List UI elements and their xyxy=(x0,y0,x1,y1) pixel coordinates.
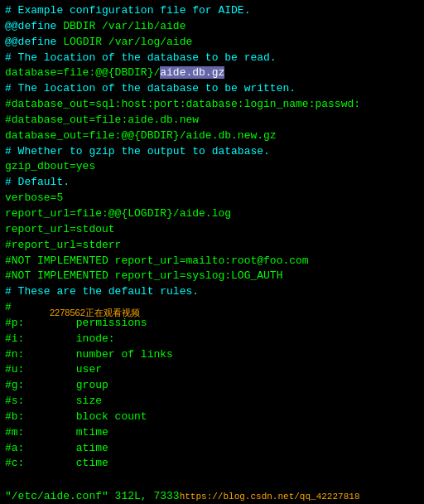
terminal-line: gzip_dbout=yes xyxy=(5,159,419,175)
terminal-line: #NOT IMPLEMENTED report_url=syslog:LOG_A… xyxy=(5,269,419,284)
terminal-line: #report_url=stderr xyxy=(5,238,419,254)
terminal-line: verbose=5 xyxy=(5,191,419,206)
terminal-line: @@define LOGDIR /var/log/aide xyxy=(5,35,419,51)
terminal-line: #n: number of links xyxy=(5,347,419,363)
terminal-line: report_url=stdout xyxy=(5,222,419,238)
terminal-line: #database_out=sql:host:port:database:log… xyxy=(5,97,419,113)
terminal-line: # The location of the database to be wri… xyxy=(5,81,419,97)
terminal-line: database_out=file:@@{DBDIR}/aide.db.new.… xyxy=(5,128,419,144)
terminal-line: #g: group xyxy=(5,378,419,394)
status-filename: "/etc/aide.conf" 312L, 7333 xyxy=(5,490,180,502)
terminal-line: #NOT IMPLEMENTED report_url=mailto:root@… xyxy=(5,254,419,269)
terminal-line: #a: atime xyxy=(5,441,419,457)
terminal-content: # Example configuration file for AIDE.@@… xyxy=(5,3,419,472)
terminal-line: # The location of the database to be rea… xyxy=(5,51,419,66)
terminal-line: #i: inode: xyxy=(5,332,419,347)
terminal-line: # Whether to gzip the output to database… xyxy=(5,144,419,160)
terminal-line: database=file:@@{DBDIR}/aide.db.gz xyxy=(5,65,419,81)
terminal-window: # Example configuration file for AIDE.@@… xyxy=(0,0,424,504)
watching-watermark: 2278562正在观看视频 xyxy=(50,307,140,319)
status-bar: "/etc/aide.conf" 312L, 7333https://blog.… xyxy=(0,488,424,504)
watermark-url: https://blog.csdn.net/qq_42227818 xyxy=(180,492,360,502)
terminal-line: # Example configuration file for AIDE. xyxy=(5,3,419,19)
terminal-line: #c: ctime xyxy=(5,456,419,472)
terminal-line: # Default. xyxy=(5,175,419,191)
terminal-line: #s: size xyxy=(5,394,419,410)
terminal-line: @@define DBDIR /var/lib/aide xyxy=(5,19,419,35)
terminal-line: #u: user xyxy=(5,362,419,378)
terminal-line: #database_out=file:aide.db.new xyxy=(5,113,419,128)
terminal-line: report_url=file:@@{LOGDIR}/aide.log xyxy=(5,206,419,222)
terminal-line: #m: mtime xyxy=(5,425,419,441)
terminal-line: # These are the default rules. xyxy=(5,284,419,300)
terminal-line: #b: block count xyxy=(5,410,419,425)
